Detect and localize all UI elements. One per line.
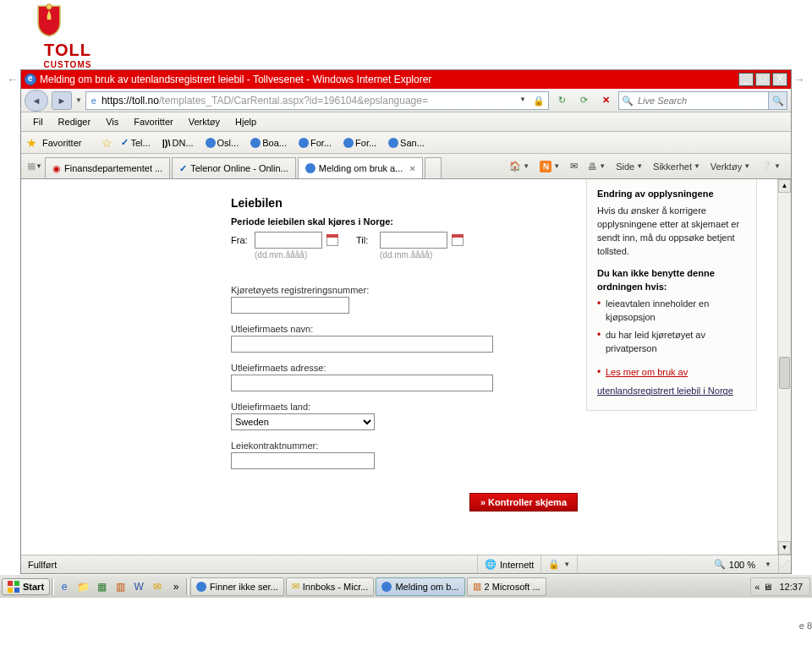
task-microsoft[interactable]: ▥2 Microsoft ... <box>467 577 546 596</box>
rss-icon: ℕ <box>540 161 551 172</box>
safety-menu[interactable]: Sikkerhet ▼ <box>650 160 704 173</box>
refresh-button[interactable]: ↻ <box>552 92 571 109</box>
slide-next-arrow-icon[interactable]: → <box>793 73 805 86</box>
status-bar: Fullført 🌐 Internett 🔒▼ 🔍100 % ▼ ⋰ <box>21 555 791 573</box>
svg-point-0 <box>47 4 52 9</box>
home-button[interactable]: 🏠▼ <box>506 159 533 173</box>
url-dropdown[interactable]: ▼ <box>516 92 529 109</box>
til-hint: (dd.mm.åååå) <box>356 250 464 260</box>
menu-verktoy[interactable]: Verktøy <box>182 114 227 129</box>
ie-icon <box>381 582 392 592</box>
menu-vis[interactable]: Vis <box>99 114 125 129</box>
ql-excel-icon[interactable]: ▦ <box>93 578 110 595</box>
sidebar-li: du har leid kjøretøyet av privatperson <box>597 329 746 356</box>
globe-icon: 🌐 <box>485 559 497 570</box>
task-innboks[interactable]: ✉Innboks - Micr... <box>286 577 375 596</box>
ql-word-icon[interactable]: W <box>130 578 147 595</box>
page-menu[interactable]: Side ▼ <box>612 160 646 173</box>
regnr-input[interactable] <box>231 297 349 314</box>
favorites-label[interactable]: Favoritter <box>42 138 81 148</box>
tab-close-button[interactable]: × <box>409 163 414 173</box>
favorites-star-icon[interactable]: ★ <box>26 136 37 150</box>
resize-grip-icon[interactable]: ⋰ <box>779 559 791 570</box>
ql-powerpoint-icon[interactable]: ▥ <box>112 578 129 595</box>
compat-button[interactable]: ⟳ <box>574 92 593 109</box>
til-input[interactable] <box>380 232 447 249</box>
fav-item[interactable]: For... <box>340 136 380 150</box>
tab-telenor[interactable]: ✓Telenor Online - Onlin... <box>172 157 296 178</box>
tab-melding[interactable]: Melding om bruk a...× <box>298 157 423 178</box>
minimize-button[interactable]: _ <box>738 73 754 86</box>
fav-item[interactable]: For... <box>295 136 335 150</box>
firm-country-label: Utleiefirmaets land: <box>231 402 578 412</box>
menu-hjelp[interactable]: Hjelp <box>228 114 263 129</box>
nav-history-dropdown[interactable]: ▼ <box>75 96 82 104</box>
search-go-button[interactable]: 🔍 <box>768 92 787 109</box>
vertical-scrollbar[interactable]: ▲ ▼ <box>777 179 791 555</box>
fav-item[interactable]: Osl... <box>202 136 243 150</box>
ql-explorer-icon[interactable]: 📁 <box>74 578 91 595</box>
tools-menu[interactable]: Verktøy ▼ <box>707 160 754 173</box>
tab-label: Finansdepartementet ... <box>64 163 162 173</box>
tray-expand[interactable]: « <box>754 582 760 592</box>
search-input[interactable] <box>636 92 768 109</box>
toll-logo-block: TOLL CUSTOMS <box>0 0 812 69</box>
menu-favoritter[interactable]: Favoritter <box>127 114 179 129</box>
scroll-up-button[interactable]: ▲ <box>778 179 791 193</box>
tab-label: Melding om bruk a... <box>319 163 403 173</box>
quick-tabs-button[interactable]: ▦▼ <box>25 154 45 178</box>
scroll-down-button[interactable]: ▼ <box>778 541 791 555</box>
regnr-label: Kjøretøyets registreringsnummer: <box>231 285 578 295</box>
ql-more-button[interactable]: » <box>167 578 184 595</box>
read-mail-button[interactable]: ✉ <box>567 159 581 173</box>
fav-item[interactable]: ✓Tel... <box>118 135 153 150</box>
help-button[interactable]: ❔▼ <box>757 159 784 173</box>
form-heading: Leiebilen <box>231 196 578 210</box>
fav-item[interactable]: Boa... <box>247 136 290 150</box>
scroll-thumb[interactable] <box>779 357 790 389</box>
slide-prev-arrow-icon[interactable]: ← <box>7 73 19 86</box>
firm-name-input[interactable] <box>231 336 493 353</box>
firm-name-label: Utleiefirmaets navn: <box>231 324 578 334</box>
fra-input[interactable] <box>255 232 322 249</box>
feeds-button[interactable]: ℕ▼ <box>536 159 563 174</box>
tab-finansdept[interactable]: ◉Finansdepartementet ... <box>45 157 170 178</box>
sidebar-h1: Endring av opplysningene <box>597 188 746 201</box>
ql-ie-icon[interactable]: e <box>56 578 73 595</box>
task-finner[interactable]: Finner ikke ser... <box>190 577 284 596</box>
ql-outlook-icon[interactable]: ✉ <box>149 578 166 595</box>
firm-country-select[interactable]: Sweden <box>231 413 375 430</box>
sidebar-li: leieavtalen inneholder en kjøpsopsjon <box>597 298 746 325</box>
system-tray[interactable]: « 🖥 12:37 <box>750 577 810 596</box>
kontroller-skjema-button[interactable]: » Kontroller skjema <box>469 493 578 512</box>
maximize-button[interactable]: □ <box>755 73 771 86</box>
fra-label: Fra: <box>231 235 251 245</box>
start-button[interactable]: Start <box>2 578 50 595</box>
firm-addr-input[interactable] <box>231 375 493 391</box>
sidebar-link-cont[interactable]: utenlandsregistrert leiebil i Norge <box>597 386 733 396</box>
zoom-control[interactable]: 🔍100 % ▼ <box>707 555 779 573</box>
menu-fil[interactable]: Fil <box>26 114 50 129</box>
sidebar-link[interactable]: Les mer om bruk av <box>606 367 688 377</box>
close-button[interactable]: X <box>772 73 787 86</box>
fav-item[interactable]: San... <box>385 136 428 150</box>
contract-input[interactable] <box>231 452 375 469</box>
forward-button[interactable]: ► <box>52 91 72 110</box>
ie-icon <box>196 582 206 592</box>
status-text: Fullført <box>21 555 478 573</box>
stop-button[interactable]: ✕ <box>596 92 615 109</box>
calendar-icon[interactable] <box>326 233 339 247</box>
menu-rediger[interactable]: Rediger <box>52 114 98 129</box>
new-tab-button[interactable] <box>425 157 442 178</box>
add-favorite-icon[interactable]: ☆ <box>102 136 112 150</box>
tray-icon[interactable]: 🖥 <box>763 582 772 592</box>
calendar-icon[interactable] <box>451 233 464 247</box>
address-bar[interactable]: e https://toll.no/templates_TAD/CarRenta… <box>85 91 549 110</box>
print-button[interactable]: 🖶▼ <box>584 160 609 173</box>
taskbar-clock[interactable]: 12:37 <box>776 582 806 592</box>
fav-item[interactable]: |)\ DN... <box>159 136 197 150</box>
task-melding[interactable]: Melding om b... <box>376 577 464 596</box>
search-provider-icon[interactable]: 🔍 <box>619 92 636 109</box>
info-sidebar: Endring av opplysningene Hvis du ønsker … <box>586 179 757 411</box>
back-button[interactable]: ◄ <box>25 90 48 112</box>
